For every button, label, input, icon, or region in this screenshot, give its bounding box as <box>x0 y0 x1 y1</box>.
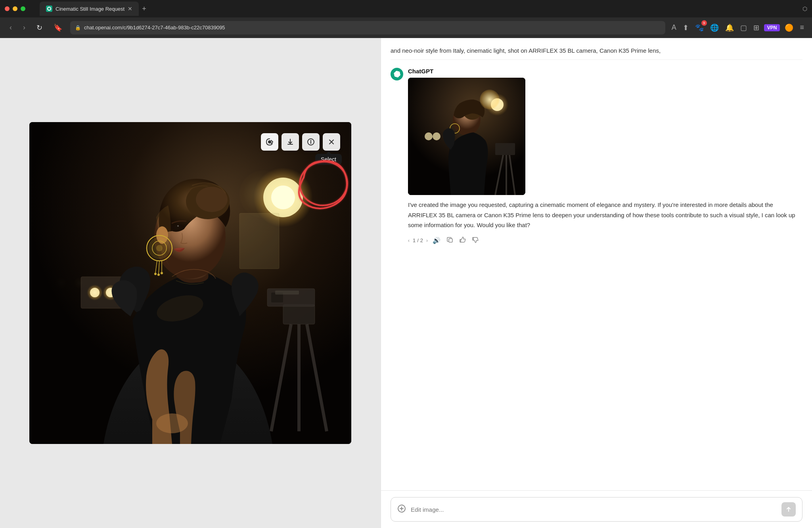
send-button[interactable] <box>781 502 796 517</box>
svg-rect-16 <box>239 213 279 269</box>
image-panel: Select <box>0 38 381 528</box>
svg-point-20 <box>196 187 228 212</box>
read-aloud-button[interactable]: 🔊 <box>431 235 442 246</box>
url-text: chat.openai.com/c/9b1d6274-27c7-46ab-983… <box>84 25 225 31</box>
window-minimize-control[interactable] <box>13 6 17 11</box>
chat-messages: and neo-noir style from Italy, cinematic… <box>381 38 812 490</box>
window-close-control[interactable] <box>5 6 10 11</box>
chat-input-field[interactable] <box>411 506 777 513</box>
page-current: 1 <box>413 237 416 243</box>
main-content: Select and neo-noir style from Italy, ci… <box>0 38 812 528</box>
svg-point-21 <box>174 224 180 230</box>
address-bar[interactable]: 🔒 chat.openai.com/c/9b1d6274-27c7-46ab-9… <box>70 21 665 34</box>
svg-rect-9 <box>283 304 315 324</box>
active-tab[interactable]: Cinematic Still Image Request ✕ <box>40 2 139 16</box>
thumb-light <box>480 90 500 109</box>
svg-point-31 <box>154 273 157 275</box>
profile-icon[interactable]: 🟠 <box>783 22 795 34</box>
svg-point-6 <box>90 288 100 297</box>
page-indicator: 1 / 2 <box>413 237 423 243</box>
svg-point-44 <box>433 132 440 140</box>
chat-image-inner <box>408 78 525 195</box>
navigation-toolbar: ‹ › ↻ 🔖 🔒 chat.openai.com/c/9b1d6274-27c… <box>0 17 812 38</box>
image-toolbar <box>261 133 340 151</box>
globe-icon[interactable]: 🌐 <box>709 22 720 34</box>
thumb-scene-svg <box>408 78 525 195</box>
chatgpt-message: ChatGPT <box>391 68 802 246</box>
sidebar-icon[interactable]: ▢ <box>739 22 749 34</box>
tab-favicon <box>46 6 52 12</box>
download-tool-button[interactable] <box>282 133 299 151</box>
bookmark-button[interactable]: 🔖 <box>50 22 65 34</box>
chatgpt-author-label: ChatGPT <box>408 68 802 75</box>
svg-point-32 <box>157 274 160 276</box>
woman-silhouette <box>29 122 351 444</box>
vpn-badge[interactable]: VPN <box>764 24 780 31</box>
context-message-text: and neo-noir style from Italy, cinematic… <box>391 46 802 60</box>
close-tool-button[interactable] <box>323 133 340 151</box>
menu-icon[interactable]: ≡ <box>798 22 806 33</box>
forward-button[interactable]: › <box>20 22 29 33</box>
chatgpt-avatar <box>391 68 403 80</box>
tab-bar: Cinematic Still Image Request ✕ + ⬡ <box>0 0 812 17</box>
chatgpt-message-body: I've created the image you requested, ca… <box>408 200 802 230</box>
tab-title: Cinematic Still Image Request <box>56 6 124 12</box>
share-icon[interactable]: ⬆ <box>681 22 690 34</box>
thumbs-up-button[interactable] <box>458 235 467 246</box>
next-response-button[interactable]: › <box>426 238 428 243</box>
bell-icon[interactable]: 🔔 <box>724 22 735 34</box>
svg-point-34 <box>156 413 188 433</box>
svg-point-33 <box>161 272 163 274</box>
select-tooltip: Select <box>315 154 342 165</box>
svg-point-43 <box>425 132 433 140</box>
svg-point-38 <box>311 140 311 141</box>
lock-icon: 🔒 <box>75 25 81 31</box>
select-tool-button[interactable] <box>261 133 278 151</box>
chat-panel: and neo-noir style from Italy, cinematic… <box>381 38 812 528</box>
cinematic-scene: Select <box>29 122 351 444</box>
chat-image-thumbnail[interactable] <box>408 78 525 195</box>
tab-close-btn[interactable]: ✕ <box>128 6 132 12</box>
translate-icon[interactable]: A <box>670 22 678 33</box>
svg-rect-15 <box>275 291 299 295</box>
window-maximize-control[interactable] <box>21 6 25 11</box>
page-sep: / <box>417 237 419 243</box>
svg-rect-45 <box>495 143 515 155</box>
image-container: Select <box>29 122 351 444</box>
message-actions: ‹ 1 / 2 › 🔊 <box>408 235 802 246</box>
extensions-icon[interactable]: 🐾 9 <box>693 22 705 34</box>
refresh-button[interactable]: ↻ <box>33 22 46 34</box>
svg-point-3 <box>271 186 295 209</box>
chat-input-box <box>391 497 802 522</box>
top-message-content: and neo-noir style from Italy, cinematic… <box>391 47 661 54</box>
attach-button[interactable] <box>397 504 406 515</box>
svg-point-22 <box>177 225 179 227</box>
page-total: 2 <box>420 237 423 243</box>
svg-point-36 <box>268 141 271 143</box>
chat-input-area <box>381 490 812 528</box>
thumbs-down-button[interactable] <box>471 235 480 246</box>
sidebar-toggle-icon[interactable]: ⬡ <box>802 6 807 12</box>
svg-rect-52 <box>449 239 452 242</box>
chatgpt-message-content: ChatGPT <box>408 68 802 246</box>
grid-icon[interactable]: ⊞ <box>752 22 761 34</box>
browser-chrome: Cinematic Still Image Request ✕ + ⬡ ‹ › … <box>0 0 812 38</box>
copy-button[interactable] <box>445 235 455 246</box>
info-tool-button[interactable] <box>302 133 320 151</box>
back-button[interactable]: ‹ <box>6 22 15 33</box>
new-tab-button[interactable]: + <box>142 5 146 13</box>
toolbar-actions: A ⬆ 🐾 9 🌐 🔔 ▢ ⊞ VPN 🟠 ≡ <box>670 22 806 34</box>
prev-response-button[interactable]: ‹ <box>408 238 410 243</box>
tab-bar-right: ⬡ <box>802 6 807 12</box>
